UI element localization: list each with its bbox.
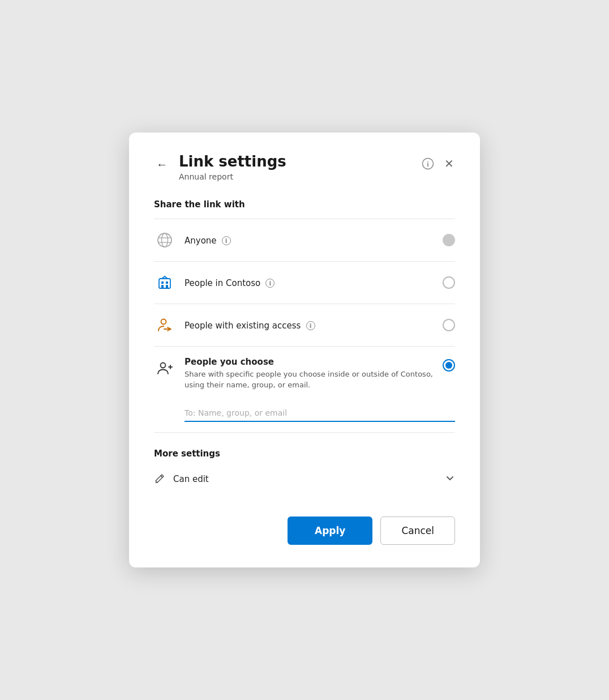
more-settings-label: More settings: [154, 449, 455, 459]
contoso-info-icon[interactable]: i: [265, 279, 275, 288]
share-section-label: Share the link with: [154, 199, 455, 210]
anyone-radio[interactable]: [443, 234, 455, 246]
svg-rect-9: [161, 285, 164, 288]
people-you-choose-radio[interactable]: [443, 359, 455, 372]
anyone-title: Anyone: [185, 236, 217, 246]
globe-icon: [154, 229, 175, 251]
dialog-title: Link settings: [179, 153, 286, 170]
anyone-info-icon[interactable]: i: [222, 236, 231, 245]
info-button[interactable]: i: [421, 156, 435, 171]
dialog-footer: Apply Cancel: [154, 517, 455, 545]
link-settings-dialog: ← Link settings Annual report i ✕ Share …: [129, 133, 480, 567]
pencil-icon: [154, 472, 165, 486]
people-you-choose-title: People you choose: [185, 357, 434, 367]
svg-point-13: [161, 363, 166, 368]
contoso-title: People in Contoso: [185, 278, 260, 288]
can-edit-row[interactable]: Can edit: [154, 467, 455, 492]
people-you-choose-content: People you choose Share with specific pe…: [185, 357, 434, 390]
svg-rect-6: [159, 279, 170, 288]
close-button[interactable]: ✕: [443, 157, 455, 170]
option-existing-access[interactable]: People with existing access i: [154, 304, 455, 347]
person-plus-icon: [154, 358, 175, 379]
anyone-content: Anyone i: [185, 235, 434, 246]
svg-point-2: [158, 233, 171, 247]
radio-selected-dot: [445, 362, 452, 369]
person-arrow-icon: [154, 314, 175, 336]
more-settings-section: More settings Can edit: [154, 449, 455, 492]
svg-rect-7: [161, 281, 164, 284]
contoso-content: People in Contoso i: [185, 278, 434, 288]
svg-text:i: i: [427, 160, 429, 168]
svg-point-3: [162, 233, 168, 247]
svg-rect-10: [166, 285, 168, 288]
people-you-choose-desc: Share with specific people you choose in…: [185, 369, 434, 390]
existing-access-info-icon[interactable]: i: [306, 321, 315, 330]
dialog-header: ← Link settings Annual report i ✕: [154, 153, 455, 181]
building-icon: [154, 272, 175, 293]
title-group: Link settings Annual report: [179, 153, 286, 181]
to-input-wrapper: [154, 405, 455, 422]
chevron-down-icon: [445, 473, 455, 485]
can-edit-label: Can edit: [173, 474, 437, 484]
back-button[interactable]: ←: [154, 156, 170, 172]
svg-rect-8: [166, 281, 168, 284]
option-people-you-choose[interactable]: People you choose Share with specific pe…: [154, 347, 455, 432]
dialog-subtitle: Annual report: [179, 172, 286, 181]
apply-button[interactable]: Apply: [288, 517, 372, 545]
contoso-radio[interactable]: [443, 276, 455, 289]
header-left: ← Link settings Annual report: [154, 153, 286, 181]
options-list: Anyone i People in Contoso i: [154, 219, 455, 432]
option-anyone[interactable]: Anyone i: [154, 219, 455, 262]
option-people-in-contoso[interactable]: People in Contoso i: [154, 262, 455, 304]
existing-access-content: People with existing access i: [185, 320, 434, 331]
cancel-button[interactable]: Cancel: [380, 517, 455, 545]
existing-access-radio[interactable]: [443, 319, 455, 331]
svg-point-11: [161, 319, 166, 325]
existing-access-title: People with existing access: [185, 321, 301, 331]
header-actions: i ✕: [421, 156, 455, 171]
to-input[interactable]: [185, 405, 455, 422]
